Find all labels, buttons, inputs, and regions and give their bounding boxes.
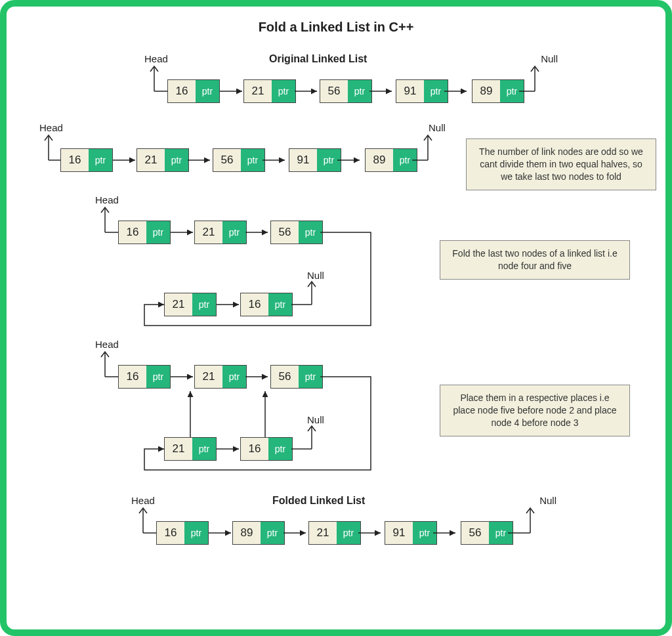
explanation-2: Fold the last two nodes of a linked list… <box>440 240 630 280</box>
section-step1: Head Null 16ptr 21ptr 56ptr 91ptr 89ptr … <box>20 122 652 194</box>
explanation-3: Place them in a respective places i.e pl… <box>440 385 630 436</box>
section-original: Original Linked List Head Null 16ptr 21p… <box>144 53 551 122</box>
diagram-frame: Fold a Linked List in C++ Original Linke… <box>0 0 672 636</box>
section-step2: Head Null 16ptr 21ptr 56ptr 21ptr 16ptr <box>20 194 652 339</box>
explanation-1: The number of link nodes are odd so we c… <box>466 138 656 190</box>
section-step3: Head Null 16ptr 21ptr 56ptr 21ptr 16ptr <box>20 339 652 483</box>
section-folded: Folded Linked List Head Null 16ptr 89ptr… <box>131 495 551 567</box>
page-title: Fold a Linked List in C++ <box>20 20 652 35</box>
